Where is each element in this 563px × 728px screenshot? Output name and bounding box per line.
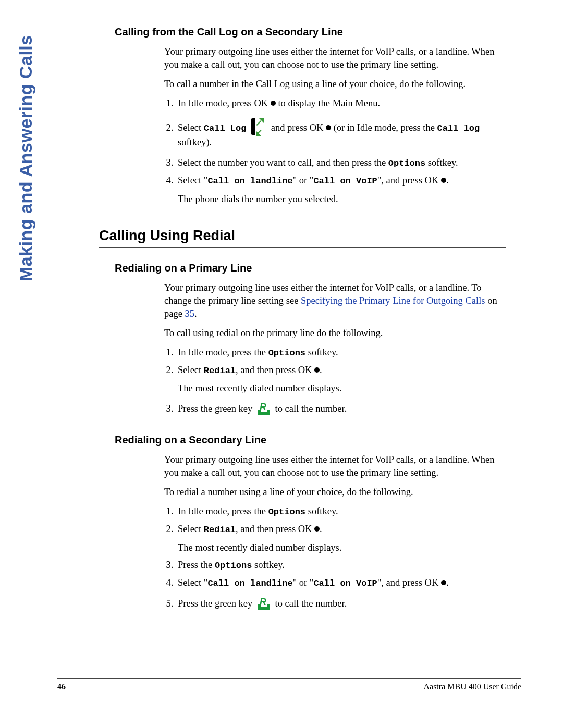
page-footer: 46 Aastra MBU 400 User Guide: [57, 678, 521, 692]
step-list: In Idle mode, press the Options softkey.…: [164, 346, 506, 416]
ok-dot-icon: [441, 580, 446, 585]
cross-reference-page[interactable]: 35: [185, 309, 195, 319]
text: .: [320, 365, 322, 375]
softkey-label: Options: [268, 348, 305, 358]
text: ", and press OK: [377, 577, 441, 588]
step-item: Press the Options softkey.: [176, 559, 506, 572]
page-content: Calling from the Call Log on a Secondary…: [104, 26, 506, 616]
ok-dot-icon: [326, 125, 331, 130]
call-log-icon: [250, 117, 267, 136]
step-item: Select "Call on landline" or "Call on Vo…: [176, 576, 506, 590]
text: softkey.: [252, 560, 285, 570]
softkey-label: Options: [388, 158, 425, 168]
green-key-icon: R: [256, 402, 272, 415]
step-item: In Idle mode, press the Options softkey.: [176, 505, 506, 519]
text: The most recently dialed number displays…: [178, 383, 341, 393]
heading-call-log-secondary: Calling from the Call Log on a Secondary…: [115, 26, 506, 38]
paragraph: Your primary outgoing line uses either t…: [164, 281, 506, 320]
softkey-label: Call on landline: [207, 578, 292, 588]
text: Select ": [178, 175, 207, 186]
softkey-label: Call on landline: [207, 176, 292, 186]
text: softkey.: [305, 506, 338, 516]
text: Select the number you want to call, and …: [178, 157, 388, 168]
text: " or ": [293, 175, 314, 186]
paragraph: To call a number in the Call Log using a…: [164, 78, 506, 91]
ok-dot-icon: [441, 178, 446, 183]
step-item: Select "Call on landline" or "Call on Vo…: [176, 174, 506, 206]
green-key-icon: R: [256, 597, 272, 610]
text: softkey.: [305, 347, 338, 357]
softkey-label: Redial: [204, 366, 236, 376]
step-list: In Idle mode, press OK to display the Ma…: [164, 97, 506, 206]
softkey-label: Options: [268, 507, 305, 517]
step-list: In Idle mode, press the Options softkey.…: [164, 505, 506, 610]
paragraph: Your primary outgoing line uses either t…: [164, 45, 506, 71]
step-item: Press the green key R to call the number…: [176, 402, 506, 415]
softkey-label: Call Log: [204, 124, 247, 133]
text: Select ": [178, 577, 207, 588]
paragraph: To redial a number using a line of your …: [164, 486, 506, 499]
text: , and then press OK: [236, 365, 314, 375]
text: softkey).: [178, 137, 212, 147]
text: Select: [178, 122, 204, 133]
text: Press the: [178, 560, 215, 570]
text: (or in Idle mode, press the: [331, 122, 437, 133]
text: Press the green key: [178, 403, 255, 414]
softkey-label: Call on VoIP: [313, 578, 377, 588]
heading-redial-primary: Redialing on a Primary Line: [115, 262, 506, 274]
softkey-label: Call on VoIP: [313, 176, 377, 186]
chapter-side-title: Making and Answering Calls: [16, 35, 36, 281]
text: , and then press OK: [236, 524, 314, 534]
text: .: [194, 309, 197, 319]
text: .: [446, 175, 449, 186]
heading-redial-secondary: Redialing on a Secondary Line: [115, 434, 506, 446]
text: .: [446, 577, 449, 588]
step-item: Select the number you want to call, and …: [176, 156, 506, 170]
footer-guide-title: Aastra MBU 400 User Guide: [423, 682, 521, 692]
page-number: 46: [57, 682, 66, 692]
step-item: Select Call Log and press OK (or in Idle…: [176, 117, 506, 149]
cross-reference-link[interactable]: Specifying the Primary Line for Outgoing…: [301, 295, 485, 306]
text: .: [320, 524, 322, 534]
text: In Idle mode, press the: [178, 506, 268, 516]
step-item: Select Redial, and then press OK . The m…: [176, 364, 506, 396]
softkey-label: Redial: [204, 525, 236, 535]
text: to call the number.: [273, 598, 347, 609]
text: ", and press OK: [377, 175, 441, 186]
text: to call the number.: [273, 403, 347, 414]
text: Press the green key: [178, 598, 255, 609]
step-item: In Idle mode, press OK to display the Ma…: [176, 97, 506, 110]
softkey-label: Call log: [437, 124, 480, 133]
ok-dot-icon: [314, 526, 320, 532]
step-item: Press the green key R to call the number…: [176, 597, 506, 610]
text: In Idle mode, press the: [178, 347, 268, 357]
step-item: Select Redial, and then press OK . The m…: [176, 523, 506, 554]
text: to display the Main Menu.: [276, 98, 380, 108]
text: Select: [178, 524, 204, 534]
ok-dot-icon: [271, 101, 276, 106]
heading-calling-using-redial: Calling Using Redial: [99, 228, 506, 248]
step-item: In Idle mode, press the Options softkey.: [176, 346, 506, 360]
text: " or ": [293, 577, 314, 588]
text: The phone dials the number you selected.: [178, 194, 338, 204]
text: and press OK: [271, 122, 326, 133]
paragraph: Your primary outgoing line uses either t…: [164, 453, 506, 479]
paragraph: To call using redial on the primary line…: [164, 327, 506, 340]
text: In Idle mode, press OK: [178, 98, 271, 108]
text: softkey.: [425, 157, 458, 168]
text: Select: [178, 365, 204, 375]
ok-dot-icon: [314, 367, 320, 373]
text: The most recently dialed number displays…: [178, 542, 341, 553]
softkey-label: Options: [215, 561, 252, 571]
